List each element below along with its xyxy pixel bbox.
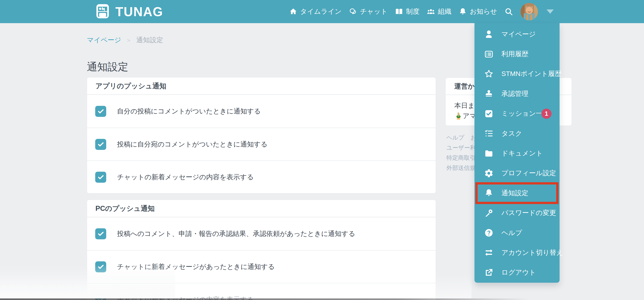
notification-setting-row: チャットの新着メッセージの内容を表示する <box>87 160 436 193</box>
menu-item-logout[interactable]: ログアウト <box>474 263 560 282</box>
tunag-logo-text: TUNAG <box>116 4 163 19</box>
menu-item-label: STMNポイント履歴 <box>502 69 562 78</box>
menu-item-label: タスク <box>502 129 522 138</box>
nav-item-home[interactable]: タイムライン <box>289 7 342 16</box>
question-circle-icon <box>484 228 494 237</box>
users-icon <box>427 8 435 16</box>
stamp-icon <box>484 89 494 98</box>
tasks-icon <box>484 129 494 138</box>
menu-item-label: 利用履歴 <box>502 50 528 59</box>
bell-icon <box>458 8 467 16</box>
notification-setting-row: 投稿へのコメント、申請・報告の承認結果、承認依頼があったときに通知する <box>87 217 436 250</box>
menu-item-label: マイページ <box>502 30 536 39</box>
setting-label: 自分の投稿にコメントがついたときに通知する <box>117 107 261 116</box>
checkbox-checked[interactable] <box>95 106 106 117</box>
nav-item-label: チャット <box>360 7 388 16</box>
menu-item-label: ドキュメント <box>502 149 543 158</box>
checkbox-checked[interactable] <box>95 261 106 272</box>
tunag-logo[interactable]: TUNAG <box>94 0 163 23</box>
gear-icon <box>484 169 494 178</box>
chat-icon <box>349 8 357 16</box>
chevron-down-icon[interactable] <box>546 10 554 14</box>
notification-setting-row: チャットの新着メッセージの内容を表示する <box>87 283 436 300</box>
footer-link[interactable]: ヘルプ <box>446 134 464 141</box>
logout-icon <box>484 268 494 277</box>
menu-item-stamp[interactable]: 承認管理 <box>474 84 560 104</box>
app-push-notifications-card: アプリのプッシュ通知 自分の投稿にコメントがついたときに通知する投稿に自分宛のコ… <box>87 78 436 193</box>
nav-item-label: お知らせ <box>470 7 497 16</box>
notification-setting-row: 投稿に自分宛のコメントがついたときに通知する <box>87 128 436 160</box>
menu-item-list-alt[interactable]: 利用履歴 <box>474 44 560 64</box>
breadcrumb-mypage-link[interactable]: マイページ <box>87 36 121 45</box>
nav-item-label: 組織 <box>438 7 451 16</box>
menu-item-tasks[interactable]: タスク <box>474 124 560 143</box>
setting-label: 投稿へのコメント、申請・報告の承認結果、承認依頼があったときに通知する <box>117 229 355 238</box>
tunag-logo-icon <box>94 3 111 21</box>
card-title: PCのプッシュ通知 <box>87 200 436 217</box>
setting-label: チャットの新着メッセージの内容を表示する <box>117 173 254 182</box>
menu-item-label: プロフィール設定 <box>502 169 556 178</box>
top-navigation: タイムラインチャット制度組織お知らせ <box>289 0 554 23</box>
card-rows: 自分の投稿にコメントがついたときに通知する投稿に自分宛のコメントがついたときに通… <box>87 95 436 193</box>
user-icon <box>484 30 494 39</box>
nav-item-users[interactable]: 組織 <box>427 7 451 16</box>
menu-item-user[interactable]: マイページ <box>474 24 560 44</box>
notification-setting-row: チャットに新着メッセージがあったときに通知する <box>87 250 436 283</box>
list-alt-icon <box>484 50 494 59</box>
book-icon <box>395 8 403 16</box>
folder-icon <box>484 149 494 158</box>
breadcrumb-current: 通知設定 <box>136 36 163 45</box>
pc-push-notifications-card: PCのプッシュ通知 投稿へのコメント、申請・報告の承認結果、承認依頼があったとき… <box>87 200 436 300</box>
notification-count-badge: 1 <box>542 109 552 119</box>
menu-item-label: ログアウト <box>502 268 536 277</box>
menu-item-label: パスワードの変更 <box>502 208 556 217</box>
key-icon <box>484 208 494 218</box>
menu-item-label: ヘルプ <box>502 228 522 237</box>
menu-item-gear[interactable]: プロフィール設定 <box>474 163 560 183</box>
tunag-notification-settings-page: TUNAG タイムラインチャット制度組織お知らせ <box>0 0 644 300</box>
breadcrumb: マイページ ＞ 通知設定 <box>87 36 163 45</box>
menu-item-key[interactable]: パスワードの変更 <box>474 203 560 223</box>
checkbox-checked[interactable] <box>95 139 106 150</box>
page-title: 通知設定 <box>87 60 128 74</box>
menu-item-label: アカウント切り替え <box>502 248 563 257</box>
nav-item-book[interactable]: 制度 <box>395 7 420 16</box>
nav-item-label: タイムライン <box>300 7 342 16</box>
menu-item-question-circle[interactable]: ヘルプ <box>474 223 560 243</box>
avatar[interactable] <box>520 3 538 21</box>
bell-icon <box>484 188 494 198</box>
menu-item-bell[interactable]: 通知設定 <box>474 183 560 203</box>
exchange-icon <box>484 248 494 257</box>
star-icon <box>484 69 494 79</box>
nav-item-chat[interactable]: チャット <box>349 7 388 16</box>
menu-item-folder[interactable]: ドキュメント <box>474 143 560 163</box>
nav-item-label: 制度 <box>406 7 420 16</box>
screenshot-bottom-edge <box>0 298 530 300</box>
menu-item-star[interactable]: STMNポイント履歴 <box>474 64 560 84</box>
breadcrumb-separator: ＞ <box>126 36 132 44</box>
search-icon[interactable] <box>504 7 513 16</box>
menu-item-label: 通知設定 <box>502 189 528 198</box>
account-dropdown-menu: マイページ利用履歴STMNポイント履歴承認管理ミッション一覧1タスクドキュメント… <box>474 23 560 283</box>
checkbox-checked[interactable] <box>95 228 106 239</box>
menu-item-check-square[interactable]: ミッション一覧1 <box>474 104 560 124</box>
setting-label: チャットに新着メッセージがあったときに通知する <box>117 262 275 271</box>
nav-item-bell[interactable]: お知らせ <box>458 7 497 16</box>
card-rows: 投稿へのコメント、申請・報告の承認結果、承認依頼があったときに通知するチャットに… <box>87 217 436 300</box>
home-icon <box>289 8 298 16</box>
check-square-icon <box>484 109 494 118</box>
card-title: アプリのプッシュ通知 <box>87 78 436 95</box>
top-bar: TUNAG タイムラインチャット制度組織お知らせ <box>0 0 644 23</box>
notification-setting-row: 自分の投稿にコメントがついたときに通知する <box>87 95 436 128</box>
menu-item-label: 承認管理 <box>502 89 528 98</box>
setting-label: 投稿に自分宛のコメントがついたときに通知する <box>117 140 268 149</box>
menu-item-exchange[interactable]: アカウント切り替え <box>474 243 560 262</box>
checkbox-checked[interactable] <box>95 172 106 183</box>
